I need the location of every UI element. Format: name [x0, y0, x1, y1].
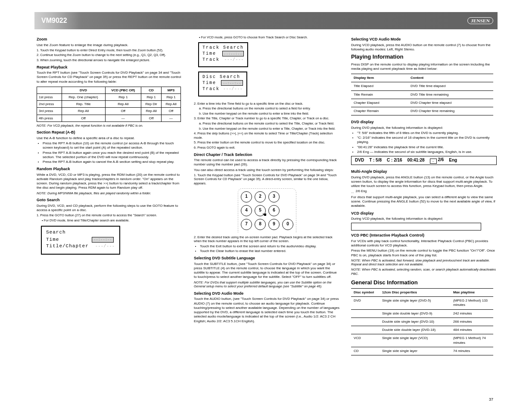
col-props: 12cm Disc properties	[380, 288, 451, 296]
repeat-intro: Touch the RPT button (see "Touch Screen …	[37, 71, 183, 84]
osd-tc-label: Title/Chapter	[46, 243, 89, 249]
heading-playing-info: Playing Information	[351, 53, 498, 61]
keypad-2[interactable]: 2	[255, 191, 266, 202]
column-2: • For VCD mode, press GOTO to choose fro…	[194, 34, 340, 324]
field-time[interactable]: --:--:--	[222, 51, 244, 56]
value-track[interactable]: ---/---	[223, 86, 243, 92]
goto-step2: 2. Enter a time into the Time field to g…	[194, 102, 340, 106]
zoom-intro: Use the Zoom feature to enlarge the imag…	[37, 43, 183, 47]
table-row: 4th press Off — Off —	[37, 115, 181, 121]
heading-subtitle: Selecting DVD Subtitle Language	[194, 256, 340, 261]
keypad-4[interactable]: 4	[241, 205, 252, 216]
table-row: Single side double layer (DVD-9)242 minu…	[351, 309, 493, 318]
osd-time-label: Time	[46, 237, 59, 242]
section-steps: Press the RPT A-B button (10) on the rem…	[43, 141, 183, 164]
status-dvd: DVD	[355, 158, 364, 163]
repeat-note: NOTE: For VCD playback, the repeat funct…	[37, 124, 183, 128]
col-mp3: MP3	[162, 87, 181, 93]
value-track[interactable]: ---/---	[224, 57, 244, 63]
subtitle-para: Touch the SUBTITLE button, (see "Touch S…	[194, 262, 340, 280]
keypad-5[interactable]: 5 ☚	[255, 205, 266, 216]
osd-title: Disc Search	[202, 74, 243, 80]
header-banner: VM9022 JENSEN	[34, 12, 498, 29]
random-para: While a DVD, VCD, CD or MP3 is playing, …	[37, 173, 183, 190]
table-row: Title RemainDVD Title time remaining	[351, 90, 493, 99]
osd-tc-value[interactable]: ---/---	[95, 244, 115, 249]
goto-step3b: b. Use the number keypad on the remote c…	[199, 127, 340, 131]
direct-p2: You can also direct access a track using…	[194, 168, 340, 172]
vcd-display-intro: During VCD playback, the following infor…	[351, 217, 498, 221]
keypad-6[interactable]: 6	[268, 205, 280, 216]
vcd-status-strip	[351, 223, 481, 230]
heading-zoom: Zoom	[37, 37, 183, 42]
keypad-1[interactable]: 1	[241, 191, 252, 202]
subtitle-icon: ...	[430, 159, 437, 164]
vcd-audio-para: During VCD playback, press the AUDIO but…	[351, 43, 498, 52]
label-time: Time	[202, 80, 216, 86]
label-track: Track	[202, 57, 220, 63]
column-3: Selecting VCD Audio Mode During VCD play…	[351, 34, 498, 355]
col-display-item: Display Item	[351, 74, 408, 82]
goto-step3: 3. Enter the Title, Chapter or Track num…	[194, 116, 340, 121]
pbc-note2: NOTE: When PBC is activated, selecting r…	[351, 268, 498, 276]
table-row: 1st press Rep. One (chapter) Rep 1 Rep 1…	[37, 93, 181, 100]
table-row: Double side single layer (DVD-10)266 min…	[351, 318, 493, 326]
info-intro: Press DISP on the remote control to disp…	[351, 62, 498, 71]
product-model: VM9022	[41, 17, 67, 25]
field-time[interactable]: --:--:--	[221, 80, 243, 86]
goto-step2b: b. Use the number keypad on the remote c…	[199, 112, 340, 116]
direct-substeps: Touch the Exit button to exit the screen…	[200, 244, 340, 253]
direct-step2: 2. Enter the desired track using the on-…	[194, 235, 340, 243]
dvd-display-intro: During DVD playback, the following infor…	[351, 126, 498, 130]
label-time: Time	[202, 51, 216, 57]
angle-icon-row: ... 2/6 Eng	[351, 189, 498, 194]
keypad-3[interactable]: 3	[268, 191, 280, 202]
osd-dvd-search: Search Time --:--:-- Title/Chapter ---/-…	[41, 226, 120, 255]
goto-step1b: • For DVD mode, time and Title/Chapter s…	[42, 218, 183, 223]
osd-track-search: Track Search Time --:--:-- Track ---/---	[198, 42, 248, 67]
status-title: T : 5/8	[369, 158, 382, 163]
goto-vcd-note: • For VCD mode, press GOTO to choose fro…	[199, 35, 340, 40]
page-number: 37	[489, 397, 493, 402]
keypad-0[interactable]: 0	[282, 219, 293, 230]
col-dvd: DVD	[62, 87, 105, 93]
table-row: Chapter RemainDVD Chapter time remaining	[351, 107, 493, 115]
col-cd: CD	[141, 87, 162, 93]
display-items-table: Display Item Content Title ElapsedDVD Ti…	[351, 74, 493, 115]
heading-angle: Multi-Angle Display	[351, 169, 498, 174]
table-row: Chapter ElapsedDVD Chapter time elapsed	[351, 99, 493, 107]
osd-time-field[interactable]: --:--:--	[92, 237, 113, 243]
status-chapter: C : 2/16	[387, 158, 402, 163]
heading-pbc: VCD PBC (Interactive Playback Control)	[351, 233, 498, 238]
heading-random: Random Playback	[37, 167, 183, 172]
subtitle-note: NOTE: For DVDs that support multiple sub…	[194, 280, 340, 289]
keypad-8[interactable]: 8	[255, 219, 266, 230]
random-note: NOTE: During MP3/WMA file playback, file…	[37, 191, 183, 196]
goto-intro: During DVD, VCD, and CD playback, perfor…	[37, 204, 183, 212]
goto-step1: 1. Press the GOTO button (27) on the rem…	[37, 213, 183, 218]
table-row: 2nd press Rep. Title Rep All Rep Dir Rep…	[37, 101, 181, 108]
osd-title: Search	[46, 229, 115, 236]
heading-goto: Goto Search	[37, 198, 183, 203]
col-maxtime: Max playtime	[451, 288, 493, 296]
table-row: CDSingle side single layer74 minutes	[351, 347, 493, 355]
table-row: 3rd press Rep All Off Rep All Off	[37, 108, 181, 115]
pbc-p1: For VCDs with play back control function…	[351, 239, 498, 248]
col-mode	[37, 87, 62, 93]
osd-title: Track Search	[202, 45, 244, 51]
keypad-empty	[282, 191, 292, 202]
keypad-9[interactable]: 9	[268, 219, 280, 230]
keypad-7[interactable]: 7	[241, 219, 252, 230]
status-sub: ... 2/6	[430, 157, 444, 164]
dvd-status-strip: DVD T : 5/8 C : 2/16 00:41:28 ... 2/6 En…	[351, 156, 497, 165]
status-time: 00:41:28	[408, 158, 425, 163]
col-vcd: VCD (PBC Off)	[105, 87, 141, 93]
table-row: DVDSingle side single layer (DVD-5)(MPEG…	[351, 297, 493, 309]
goto-step4: 4. Press the skip buttons (>>|, |<<) on …	[194, 131, 340, 140]
column-1: Zoom Use the Zoom feature to enlarge the…	[37, 34, 183, 255]
heading-repeat: Repeat Playback	[37, 65, 183, 70]
label-track: Track	[202, 86, 220, 92]
col-symbol: Disc symbol	[351, 288, 380, 296]
zoom-step1: 1. Touch the Keypad button to enter Dire…	[37, 48, 183, 53]
hand-cursor-icon: ☚	[262, 212, 267, 218]
